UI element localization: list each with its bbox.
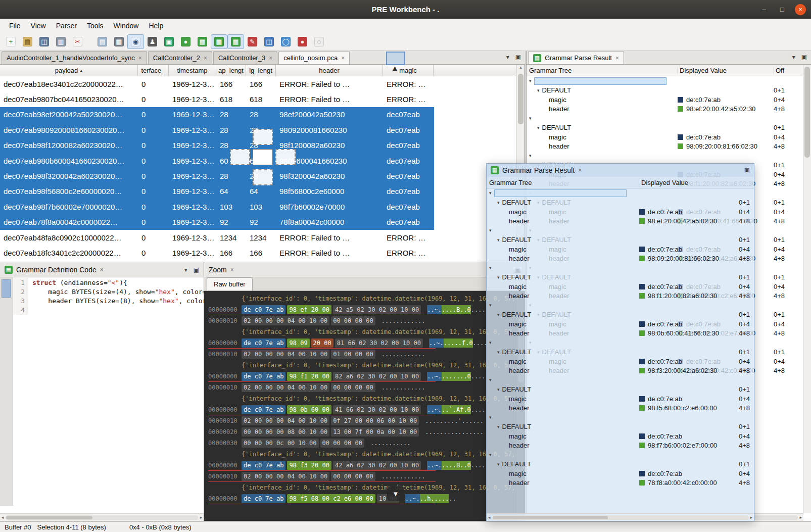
code-line[interactable]: 4 [13,306,204,315]
scroll-right-icon[interactable]: ▸ [200,515,202,520]
panel-float-icon[interactable]: ▣ [194,266,199,273]
tree-magic-row[interactable]: magicde:c0:7e:ab0+4 [487,282,754,292]
hex-line[interactable]: 00000000de c0 7e ab98 0920 0081 66 02 30… [208,337,525,349]
expander-icon[interactable]: ▾ [529,78,532,83]
close-button[interactable]: × [795,4,806,15]
tree-magic-row[interactable]: magicde:c0:7e:ab0+4 [487,431,754,441]
tree-header-row[interactable]: header98:f1:20:00:82:a6:02:304+8 [487,292,754,301]
expander-icon[interactable]: ▾ [489,340,492,345]
grammar-grid-button[interactable]: ▦ [194,34,211,49]
tree-default-row[interactable]: ▾DEFAULT0+1 [527,86,811,95]
tree-default-row[interactable]: ▾DEFAULT0+1 [487,385,754,395]
expander-icon[interactable]: ▾ [529,153,532,158]
tree-root-row[interactable]: ▾ [527,76,811,86]
save-button[interactable]: ◫ [36,34,53,49]
table-row[interactable]: dec07eab78f8a00042c0000022…01969-12-3…92… [0,215,434,230]
table-row[interactable]: dec07eab98f1200082a60230020…01969-12-3…2… [0,138,434,153]
expander-icon[interactable]: ▾ [489,415,492,420]
table-row[interactable]: dec07eab98ef200042a50230020…01969-12-3…2… [0,107,434,122]
table-row[interactable]: dec07eab98f7b60002e70000020…01969-12-3…1… [0,199,434,214]
menu-item-tools[interactable]: Tools [82,20,109,32]
expander-icon[interactable]: ▾ [489,452,492,457]
expander-icon[interactable]: ▾ [497,424,500,429]
marker-pen-button[interactable]: ✎ [244,34,261,49]
tree-header-row[interactable]: header78:f8:a0:00:42:c0:00:004+8 [487,478,754,488]
hex-line[interactable]: 00000000de c0 7e ab98 f1 20 0082 a6 02 3… [208,371,525,382]
panel-close-icon[interactable]: × [100,266,104,273]
scroll-left-icon[interactable]: ◂ [2,515,4,520]
tree-magic-row[interactable]: magicde:c0:7e:ab0+4 [527,95,811,105]
tree-default-row[interactable]: ▾DEFAULT0+1 [487,235,754,245]
hex-line[interactable]: 00000000de c0 7e ab98 f3 20 0042 a6 02 3… [208,460,525,471]
tree-root-row[interactable]: ▾ [487,301,754,310]
tree-root-row[interactable]: ▾ [487,338,754,348]
tabbar-float-icon[interactable]: ▣ [515,54,521,61]
table-row[interactable]: dec07eab18ec3401c2c20000022…01969-12-3…1… [0,76,434,91]
tree-horizontal-scrollbar[interactable]: ◂ ▸ [487,513,754,521]
panel-dropdown-icon[interactable]: ▾ [792,54,795,61]
tree-default-row[interactable]: ▾DEFAULT0+1 [527,123,811,133]
tree-magic-row[interactable]: magicde:c0:7e:ab0+4 [487,357,754,366]
expander-icon[interactable]: ▾ [489,377,492,382]
column-header-magic[interactable]: magic [383,65,434,76]
expander-icon[interactable]: ▾ [537,88,540,93]
tree-column-header[interactable]: Displayed Value [678,67,774,74]
tree-root-row[interactable]: ▾ [487,375,754,385]
expander-icon[interactable]: ▾ [489,265,492,270]
tree-root-row[interactable]: ▾ [527,114,811,123]
column-header-timestamp[interactable]: timestamp [169,65,216,76]
table-row[interactable]: dec07eab9807bc0441650230020…01969-12-3…6… [0,91,434,107]
tree-default-row[interactable]: ▾DEFAULT0+1 [487,310,754,320]
tree-magic-row[interactable]: magicde:c0:7e:ab0+4 [487,469,754,478]
tree-header-row[interactable]: header98:f5:68:00:c2:e6:00:004+8 [487,404,754,413]
menu-item-file[interactable]: File [4,20,26,32]
menu-item-window[interactable]: Window [109,20,144,32]
tab-cellinfo-nosim-pca[interactable]: cellinfo_nosim.pca× [278,51,350,64]
expander-icon[interactable]: ▾ [497,275,500,280]
scrollbar-thumb[interactable] [6,516,93,519]
user-key-button[interactable]: ♟ [144,34,161,49]
scrollbar-track[interactable] [6,515,199,520]
tab-close-icon[interactable]: × [269,55,272,62]
hex-line[interactable]: 00000000de c0 7e ab98 0b 60 0041 66 02 3… [208,404,525,415]
tree-column-header[interactable]: Grammar Tree [487,179,639,186]
code-horizontal-scrollbar[interactable]: ◂ ▸ [0,513,204,521]
tree-magic-row[interactable]: magicde:c0:7e:ab0+4 [487,207,754,217]
tab-grammar-parse-result[interactable]: ▦ Grammar Parse Result × [528,51,624,64]
scroll-right-icon[interactable]: ▸ [799,515,802,520]
tree-root-row[interactable]: ▾ [487,188,754,198]
tab-close-icon[interactable]: × [341,55,345,62]
table-row[interactable]: dec07eab9809200081660230020…01969-12-3…2… [0,122,434,137]
tree-column-header[interactable]: Displayed Value [639,179,739,186]
table-row[interactable]: dec07eab98f3200042a60230020…01969-12-3…2… [0,168,434,183]
scrollbar-thumb[interactable] [804,67,810,158]
tree-root-row[interactable]: ▾ [487,263,754,273]
expander-icon[interactable]: ▾ [497,462,500,467]
cut-button[interactable]: ✂ [69,34,86,49]
tree-magic-row[interactable]: magicde:c0:7e:ab0+4 [487,394,754,404]
scrollbar-thumb[interactable] [518,74,523,124]
floating-parse-result-panel[interactable]: ▦ Grammar Parse Result × ▣ Grammar TreeD… [486,163,754,521]
tree-default-row[interactable]: ▾DEFAULT0+1 [487,273,754,282]
panel-dropdown-icon[interactable]: ▾ [184,266,187,273]
hex-view[interactable]: {'interface_id': 0, 'timestamp': datetim… [204,291,525,521]
code-line[interactable]: 3 header BYTES(size=(8), show="hex", col… [13,297,204,306]
tab-close-icon[interactable]: × [138,55,142,62]
tab-callcontroller-2[interactable]: CallController_2× [148,51,212,64]
maximize-button[interactable]: □ [777,4,788,15]
scroll-left-icon[interactable]: ◂ [488,515,491,520]
expander-icon[interactable]: ▾ [497,200,500,205]
tree-root-row[interactable]: ▾ [487,413,754,422]
screenshot-button[interactable]: ▣ [161,34,177,49]
hex-line[interactable]: 0000003000 00 00 0c 00 10 0000 00 00 00.… [208,438,525,449]
tree-header-row[interactable]: header98:0b:60:00:41:66:02:304+8 [487,329,754,338]
tree-magic-row[interactable]: magicde:c0:7e:ab0+4 [527,132,811,142]
tab-audiocontroller-1-handlevocoderinfo-sync[interactable]: AudioController_1_handleVocoderInfo_sync… [2,51,147,64]
tree-default-row[interactable]: ▾DEFAULT0+1 [487,348,754,357]
tree-default-row[interactable]: ▾DEFAULT0+1 [487,422,754,432]
tree-root-row[interactable]: ▾ [487,226,754,235]
table-row[interactable]: dec07eab48fa8c0902c10000022…01969-12-3…1… [0,230,434,245]
hex-line[interactable]: 0000001002 00 00 00 04 00 10 0000 00 00 … [208,315,525,326]
column-header-terface-[interactable]: terface_ [138,65,169,76]
menu-item-help[interactable]: Help [144,20,168,32]
